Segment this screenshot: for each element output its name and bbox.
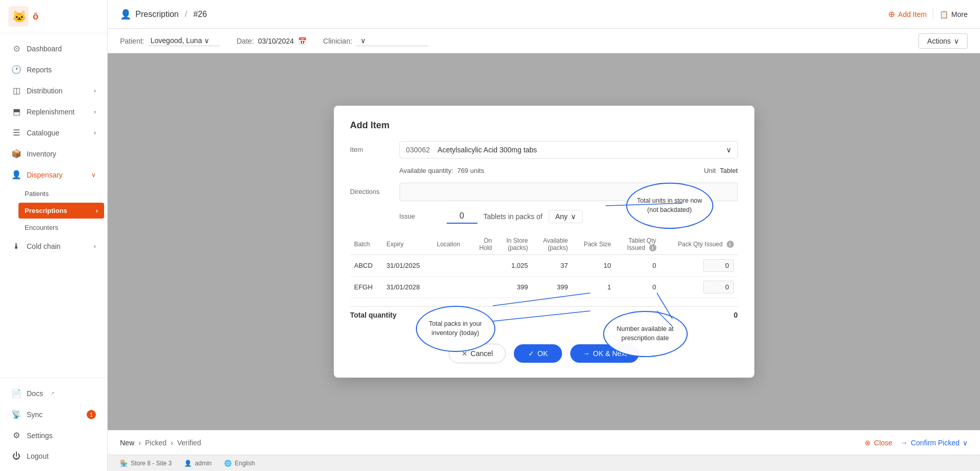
date-field: Date: 03/10/2024 📅	[236, 37, 307, 45]
sidebar-item-reports[interactable]: 🕐 Reports	[3, 60, 104, 80]
step-arrow: ›	[171, 439, 173, 447]
sidebar-item-catalogue[interactable]: ☰ Catalogue ›	[3, 123, 104, 143]
calendar-icon[interactable]: 📅	[298, 37, 307, 45]
sidebar-item-distribution[interactable]: ◫ Distribution ›	[3, 81, 104, 101]
expiry-cell: 31/01/2025	[383, 255, 433, 277]
chevron-down-icon: ∨	[954, 37, 959, 45]
sidebar-item-sync[interactable]: 📡 Sync 1	[3, 404, 104, 424]
sidebar-item-inventory[interactable]: 📦 Inventory	[3, 144, 104, 164]
step-arrow: ›	[138, 439, 141, 447]
sidebar-item-label: Catalogue	[27, 129, 59, 137]
total-row: Total quantity 0	[350, 306, 738, 323]
batch-cell: ABCD	[350, 255, 383, 277]
sidebar-item-settings[interactable]: ⚙ Settings	[3, 425, 104, 445]
inventory-icon: 📦	[11, 149, 22, 159]
reports-icon: 🕐	[11, 65, 22, 74]
batch-table: Batch Expiry Location OnHold In Store(pa…	[350, 234, 738, 299]
statusbar: New › Picked › Verified ⊗ Close → Confir…	[108, 430, 980, 455]
store-label: Store 8 - Site 3	[131, 460, 172, 467]
col-on-hold: OnHold	[471, 234, 496, 255]
in-store-cell: 399	[496, 277, 532, 298]
sidebar-item-label: Distribution	[27, 87, 63, 95]
add-item-label: Add Item	[898, 10, 927, 18]
item-label: Item	[350, 146, 391, 153]
patient-select[interactable]: Lovegood, Luna ∨	[148, 35, 220, 46]
actions-button[interactable]: Actions ∨	[918, 33, 968, 49]
available-cell: 37	[532, 255, 572, 277]
step-picked: Picked	[145, 439, 167, 447]
col-tablet-qty: Tablet QtyIssued i	[615, 234, 661, 255]
tablet-qty-info-icon[interactable]: i	[649, 244, 656, 251]
pack-qty-cell[interactable]	[661, 277, 738, 298]
sidebar-item-label: Cold chain	[27, 242, 61, 250]
x-circle-icon: ⊗	[865, 439, 871, 447]
add-item-button[interactable]: ⊕ Add Item	[888, 9, 927, 19]
on-hold-cell	[471, 277, 496, 298]
location-cell	[433, 277, 471, 298]
sidebar-item-dashboard[interactable]: ⊙ Dashboard	[3, 38, 104, 58]
close-button[interactable]: ⊗ Close	[865, 439, 892, 447]
status-steps: New › Picked › Verified	[120, 439, 201, 447]
more-button[interactable]: 📋 More	[939, 10, 968, 18]
plus-circle-icon: ⊕	[888, 9, 895, 19]
pack-size-cell: 10	[572, 255, 615, 277]
subbar: Patient: Lovegood, Luna ∨ Date: 03/10/20…	[108, 29, 980, 53]
col-expiry: Expiry	[383, 234, 433, 255]
issue-suffix: Tablets in packs of	[484, 212, 543, 221]
sidebar-item-docs[interactable]: 📄 Docs ↗	[3, 383, 104, 403]
footer-language: 🌐 English	[224, 460, 255, 467]
tablet-qty-cell: 0	[615, 255, 661, 277]
batch-cell: EFGH	[350, 277, 383, 298]
pack-qty-input[interactable]	[703, 281, 734, 293]
app-name: ō	[33, 11, 38, 22]
sync-badge: 1	[87, 410, 96, 419]
directions-label: Directions	[350, 188, 391, 195]
pack-qty-input[interactable]	[703, 259, 734, 272]
arrow-right-icon: →	[901, 439, 908, 447]
expiry-cell: 31/01/2028	[383, 277, 433, 298]
sidebar-item-prescriptions[interactable]: Prescriptions ›	[18, 203, 104, 219]
col-pack-size: Pack Size	[572, 234, 615, 255]
statusbar-right: ⊗ Close → Confirm Picked ∨	[865, 439, 968, 447]
clinician-select[interactable]: ∨	[356, 35, 428, 46]
sidebar-navigation: ⊙ Dashboard 🕐 Reports ◫ Distribution › ⬒…	[0, 33, 107, 378]
total-label: Total quantity	[350, 311, 397, 319]
chevron-down-icon: ∨	[571, 212, 576, 221]
item-select[interactable]: 030062 Acetylsalicylic Acid 300mg tabs ∨	[399, 141, 738, 159]
pack-qty-info-icon[interactable]: i	[727, 241, 734, 248]
chevron-down-icon: ∨	[963, 439, 968, 447]
item-row: Item 030062 Acetylsalicylic Acid 300mg t…	[350, 141, 738, 159]
settings-icon: ⚙	[11, 430, 22, 440]
issue-input[interactable]	[447, 209, 477, 224]
unit-group: Unit Tablet	[704, 167, 738, 174]
cancel-label: Cancel	[471, 349, 493, 358]
cancel-button[interactable]: ✕ Cancel	[449, 344, 506, 363]
chevron-down-icon: ∨	[361, 36, 366, 45]
sync-icon: 📡	[11, 409, 22, 419]
svg-line-2	[606, 203, 683, 206]
patient-field: Patient: Lovegood, Luna ∨	[120, 35, 220, 46]
sidebar-item-replenishment[interactable]: ⬒ Replenishment ›	[3, 102, 104, 122]
ok-next-button[interactable]: → OK & Next	[570, 344, 639, 363]
packs-select[interactable]: Any ∨	[549, 210, 583, 223]
packs-option: Any	[555, 212, 568, 221]
sidebar-item-cold-chain[interactable]: 🌡 Cold chain ›	[3, 237, 104, 256]
topbar-breadcrumb: 👤 Prescription / #26	[120, 9, 207, 20]
sidebar-item-dispensary[interactable]: 👤 Dispensary ∨	[3, 165, 104, 185]
language-icon: 🌐	[224, 460, 232, 467]
ok-label: OK	[537, 349, 548, 358]
ok-button[interactable]: ✓ OK	[514, 344, 562, 363]
topbar-actions: ⊕ Add Item 📋 More	[888, 8, 968, 21]
confirm-picked-button[interactable]: → Confirm Picked ∨	[901, 439, 968, 447]
x-circle-icon: ✕	[462, 349, 468, 358]
footer-user: 👤 admin	[184, 460, 212, 467]
footerbar: 🏪 Store 8 - Site 3 👤 admin 🌐 English	[108, 455, 980, 471]
sidebar-item-logout[interactable]: ⏻ Logout	[3, 446, 104, 466]
file-icon: 📋	[939, 10, 948, 18]
pack-qty-cell[interactable]	[661, 255, 738, 277]
more-label: More	[951, 10, 968, 18]
sidebar-item-encounters[interactable]: Encounters	[18, 220, 104, 235]
directions-input[interactable]	[399, 183, 738, 201]
arrow-right-icon: →	[583, 349, 590, 358]
sidebar-item-patients[interactable]: Patients	[18, 186, 104, 202]
